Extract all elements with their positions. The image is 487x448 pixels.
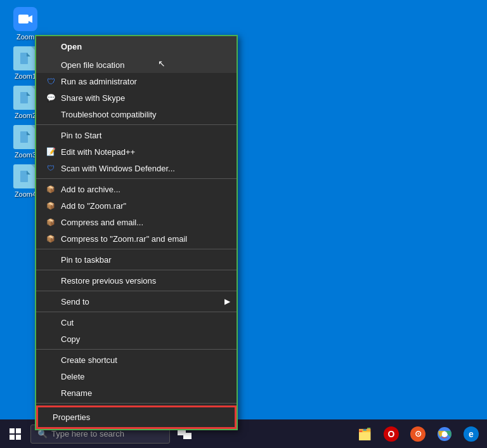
separator-8: [36, 403, 237, 404]
context-menu-item-copy[interactable]: Copy: [36, 331, 237, 347]
context-menu-item-open-file-location[interactable]: Open file location ↖: [36, 56, 237, 73]
add-zoom-rar-label: Add to "Zoom.rar": [61, 201, 126, 211]
context-menu-item-send-to[interactable]: Send to ▶: [36, 293, 237, 310]
properties-label: Properties: [53, 412, 90, 422]
context-menu: Open Open file location ↖ 🛡 Run as admin…: [35, 35, 238, 430]
context-menu-item-open[interactable]: Open: [36, 36, 237, 56]
context-menu-item-pin-taskbar[interactable]: Pin to taskbar: [36, 251, 237, 268]
search-placeholder-text: Type here to search: [51, 429, 124, 438]
context-menu-item-rename[interactable]: Rename: [36, 385, 237, 401]
separator-5: [36, 291, 237, 291]
edit-notepad-label: Edit with Notepad++: [61, 147, 135, 157]
cursor-pointer: ↖: [158, 58, 166, 69]
context-menu-item-compress-zoom-email[interactable]: 📦 Compress to "Zoom.rar" and email: [36, 230, 237, 247]
zoom4-icon-label: Zoom4: [15, 190, 36, 198]
separator-6: [36, 312, 237, 312]
copy-icon: [46, 334, 56, 344]
context-menu-item-edit-notepad[interactable]: 📝 Edit with Notepad++: [36, 143, 237, 160]
ubuntu-icon: ⊙: [410, 426, 425, 442]
open-file-location-label: Open file location: [61, 60, 124, 70]
file-icon-zoom4: [19, 169, 32, 183]
pin-taskbar-label: Pin to taskbar: [61, 255, 112, 265]
context-menu-item-troubleshoot[interactable]: Troubleshoot compatibility: [36, 106, 237, 122]
winrar-add-icon: 📦: [46, 184, 56, 194]
pin-start-icon: [46, 130, 56, 140]
skype-icon: 💬: [46, 93, 56, 103]
context-menu-item-add-archive[interactable]: 📦 Add to archive...: [36, 181, 237, 197]
rename-label: Rename: [61, 388, 92, 398]
add-archive-label: Add to archive...: [61, 185, 120, 194]
chrome-icon: [437, 426, 452, 442]
context-menu-item-properties[interactable]: Properties: [36, 405, 237, 429]
winrar-zoom-icon: 📦: [46, 201, 56, 211]
open-file-location-icon: [46, 60, 56, 70]
zoom2-icon-label: Zoom2: [15, 112, 36, 119]
file-icon-zoom3: [19, 130, 32, 144]
share-skype-label: Share with Skype: [61, 93, 125, 103]
file-explorer-icon: 🗂️: [358, 427, 372, 441]
file-icon-zoom2: [19, 91, 32, 105]
cut-icon: [46, 317, 56, 327]
edge-icon: e: [464, 426, 479, 442]
open-label: Open: [61, 42, 82, 51]
zoom-logo-icon: [17, 11, 34, 27]
chrome-button[interactable]: [435, 425, 454, 444]
context-menu-item-add-zoom-rar[interactable]: 📦 Add to "Zoom.rar": [36, 197, 237, 214]
copy-label: Copy: [61, 334, 80, 344]
restore-versions-label: Restore previous versions: [61, 276, 156, 286]
winrar-compress-icon: 📦: [46, 217, 56, 227]
search-icon: 🔍: [37, 429, 48, 438]
context-menu-item-pin-start[interactable]: Pin to Start: [36, 127, 237, 143]
create-shortcut-label: Create shortcut: [61, 355, 117, 365]
separator-7: [36, 349, 237, 350]
open-icon: [46, 41, 56, 51]
compress-zoom-email-label: Compress to "Zoom.rar" and email: [61, 234, 187, 244]
compress-email-label: Compress and email...: [61, 218, 143, 227]
pin-taskbar-icon: [46, 254, 56, 265]
context-menu-item-cut[interactable]: Cut: [36, 314, 237, 331]
edge-button[interactable]: e: [462, 425, 481, 444]
zoom-icon-label: Zoom: [16, 33, 34, 41]
ubuntu-button[interactable]: ⊙: [408, 425, 427, 444]
separator-1: [36, 124, 237, 125]
context-menu-item-scan-defender[interactable]: 🛡 Scan with Windows Defender...: [36, 160, 237, 176]
cut-label: Cut: [61, 318, 74, 327]
scan-defender-label: Scan with Windows Defender...: [61, 164, 175, 173]
opera-browser-button[interactable]: O: [382, 425, 401, 444]
context-menu-item-create-shortcut[interactable]: Create shortcut: [36, 352, 237, 368]
separator-3: [36, 249, 237, 249]
troubleshoot-label: Troubleshoot compatibility: [61, 110, 157, 119]
defender-icon: 🛡: [46, 163, 56, 173]
delete-icon: [46, 371, 56, 381]
create-shortcut-icon: [46, 355, 56, 365]
delete-label: Delete: [61, 372, 85, 381]
taskbar-system-tray: 🗂️ O ⊙ e: [355, 425, 487, 444]
svg-marker-1: [29, 15, 32, 23]
zoom3-icon-label: Zoom3: [15, 151, 36, 159]
svg-marker-3: [27, 53, 30, 56]
context-menu-item-delete[interactable]: Delete: [36, 368, 237, 385]
file-icon-zoom1: [19, 51, 32, 65]
opera-icon: O: [384, 426, 399, 442]
troubleshoot-icon: [46, 109, 56, 119]
notepad-icon: 📝: [46, 147, 56, 157]
context-menu-item-restore-versions[interactable]: Restore previous versions: [36, 272, 237, 289]
svg-point-12: [442, 432, 447, 437]
winrar-compress-zoom-icon: 📦: [46, 234, 56, 244]
context-menu-item-compress-email[interactable]: 📦 Compress and email...: [36, 214, 237, 230]
pin-start-label: Pin to Start: [61, 131, 101, 140]
windows-logo-icon: [10, 428, 21, 440]
svg-rect-0: [18, 15, 29, 23]
submenu-arrow: ▶: [224, 297, 230, 306]
rename-icon: [46, 388, 56, 398]
shield-icon: 🛡: [46, 76, 56, 86]
zoom1-icon-label: Zoom1: [15, 72, 36, 80]
context-menu-item-run-as-admin[interactable]: 🛡 Run as administrator: [36, 73, 237, 89]
file-explorer-button[interactable]: 🗂️: [355, 425, 374, 444]
restore-icon: [46, 275, 56, 286]
start-button[interactable]: [0, 419, 30, 448]
context-menu-item-share-skype[interactable]: 💬 Share with Skype: [36, 89, 237, 106]
separator-2: [36, 178, 237, 179]
send-to-label: Send to: [61, 297, 89, 306]
run-as-admin-label: Run as administrator: [61, 77, 137, 86]
